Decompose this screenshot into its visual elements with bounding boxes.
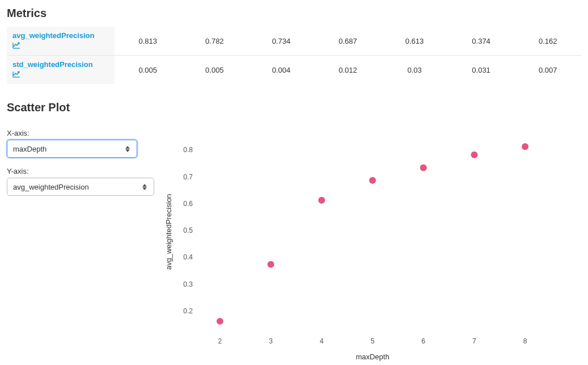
data-point <box>217 318 223 325</box>
metric-cell: 0.687 <box>315 27 382 56</box>
metric-cell: 0.007 <box>514 56 581 85</box>
svg-text:2: 2 <box>218 337 222 345</box>
metric-cell: 0.613 <box>381 27 448 56</box>
table-row: avg_weightedPrecision 0.813 0.782 0.734 … <box>7 27 581 56</box>
scatter-chart: 0.20.30.40.50.60.70.82345678avg_weighted… <box>160 125 581 365</box>
metric-cell: 0.782 <box>181 27 248 56</box>
metrics-table: avg_weightedPrecision 0.813 0.782 0.734 … <box>7 27 581 84</box>
metric-cell: 0.734 <box>248 27 315 56</box>
y-axis-select[interactable]: avg_weightedPrecision <box>7 178 154 196</box>
svg-text:0.3: 0.3 <box>183 280 193 288</box>
metric-cell: 0.004 <box>248 56 315 85</box>
x-axis-select[interactable]: maxDepth <box>7 140 137 158</box>
metric-label-cell[interactable]: avg_weightedPrecision <box>7 27 115 56</box>
scatter-heading: Scatter Plot <box>7 101 581 114</box>
metric-label-cell[interactable]: std_weightedPrecision <box>7 56 115 85</box>
svg-text:8: 8 <box>523 337 527 345</box>
scatter-controls: X-axis: maxDepth Y-axis: avg_weightedPre… <box>7 125 160 196</box>
x-axis-label: X-axis: <box>7 129 149 137</box>
svg-text:0.6: 0.6 <box>183 200 193 208</box>
x-axis-value: maxDepth <box>13 145 46 153</box>
metric-cell: 0.005 <box>115 56 181 85</box>
chart-xlabel: maxDepth <box>356 353 389 361</box>
svg-text:0.5: 0.5 <box>183 226 193 234</box>
metric-cell: 0.012 <box>315 56 382 85</box>
metric-cell: 0.162 <box>514 27 581 56</box>
metric-cell: 0.005 <box>181 56 248 85</box>
metric-cell: 0.374 <box>448 27 515 56</box>
svg-text:4: 4 <box>320 337 324 345</box>
y-axis-label: Y-axis: <box>7 167 149 175</box>
chart-icon <box>12 42 109 51</box>
svg-text:5: 5 <box>371 337 375 345</box>
svg-text:3: 3 <box>269 337 273 345</box>
metric-label: avg_weightedPrecision <box>12 31 95 40</box>
metrics-heading: Metrics <box>7 7 581 20</box>
svg-text:6: 6 <box>421 337 425 345</box>
chevron-updown-icon <box>122 140 133 157</box>
chart-icon <box>12 71 109 79</box>
metric-cell: 0.03 <box>381 56 448 85</box>
data-point <box>369 177 376 184</box>
svg-text:0.7: 0.7 <box>183 173 193 181</box>
table-row: std_weightedPrecision 0.005 0.005 0.004 … <box>7 56 581 85</box>
svg-text:7: 7 <box>472 337 476 345</box>
data-point <box>420 165 427 171</box>
y-axis-value: avg_weightedPrecision <box>13 183 89 191</box>
svg-text:0.8: 0.8 <box>183 146 193 154</box>
svg-text:0.2: 0.2 <box>183 307 193 315</box>
metric-cell: 0.031 <box>448 56 515 85</box>
chart-ylabel: avg_weightedPrecision <box>164 194 173 270</box>
svg-text:0.4: 0.4 <box>183 253 193 261</box>
data-point <box>268 261 274 268</box>
data-point <box>318 197 325 204</box>
metric-cell: 0.813 <box>115 27 181 56</box>
chevron-updown-icon <box>139 178 150 195</box>
data-point <box>471 152 477 158</box>
metric-label: std_weightedPrecision <box>12 60 93 69</box>
data-point <box>522 143 528 150</box>
